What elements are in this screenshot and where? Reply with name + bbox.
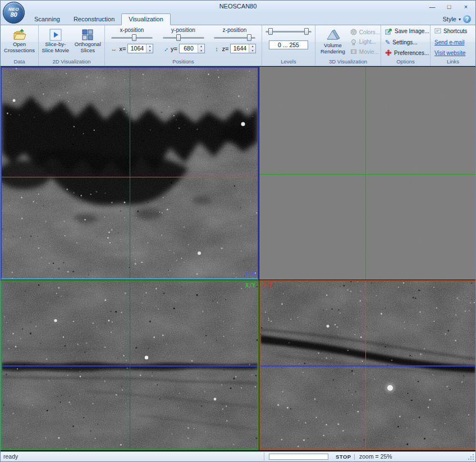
group-options: Save Image... ✎ Settings... Preferences.…: [381, 25, 431, 66]
status-separator: [264, 452, 264, 461]
resize-grip[interactable]: [468, 454, 475, 461]
group-levels: 0 ... 255 Levels: [262, 25, 315, 66]
colors-button-disabled[interactable]: Colors...: [350, 29, 380, 35]
y-position-input[interactable]: 680 ▲▼: [179, 44, 205, 53]
z-axis-icon: ↕: [213, 45, 221, 52]
stop-button[interactable]: STOP: [336, 454, 351, 460]
tab-visualization[interactable]: Visualization: [121, 13, 171, 25]
open-crossections-button[interactable]: Open Crossections: [2, 26, 37, 57]
chevron-down-icon[interactable]: ▾: [459, 17, 461, 22]
y-axis-icon: ↔: [161, 44, 171, 54]
minimize-button[interactable]: —: [424, 1, 441, 13]
y-position-slider-thumb[interactable]: [176, 34, 181, 41]
ribbon: Open Crossections Data Slice-by-Slice Mo…: [1, 25, 475, 66]
group-title-options: Options: [381, 58, 430, 66]
x-position-input[interactable]: 1064 ▲▼: [127, 44, 153, 53]
ribbon-tab-bar: Scanning Reconstruction Visualization: [1, 13, 475, 25]
visit-website-label[interactable]: Visit website: [434, 50, 465, 56]
title-bar[interactable]: NEOSCAN80 — □ ×: [1, 1, 475, 13]
levels-low-thumb[interactable]: [268, 28, 273, 35]
z-position-input[interactable]: 1644 ▲▼: [230, 44, 256, 53]
xz-slice-viewport[interactable]: X/Z: [1, 67, 259, 280]
orthogonal-slices-button[interactable]: Orthogonal Slices: [72, 26, 104, 57]
shortcuts-icon: [434, 28, 441, 34]
xz-x-position-line[interactable]: [130, 68, 130, 278]
xy-y-position-line[interactable]: [2, 365, 258, 367]
empty-panel-surface: [259, 67, 475, 280]
xy-slice-viewport[interactable]: X/Y: [1, 280, 259, 450]
window-controls: — □ ×: [424, 1, 474, 13]
z-position-value[interactable]: 1644: [231, 44, 249, 53]
x-position-column: x-position ↔ x= 1064 ▲▼: [107, 26, 157, 58]
volume-rendering-label: Volume Rendering: [321, 43, 345, 54]
open-crossections-label: Open Crossections: [3, 42, 35, 53]
xy-viewport-label: X/Y: [245, 282, 255, 289]
shortcuts-button[interactable]: Shortcuts: [434, 28, 467, 34]
group-positions: x-position ↔ x= 1064 ▲▼: [105, 25, 262, 66]
light-icon: [350, 39, 357, 45]
xz-z-position-line[interactable]: [2, 177, 258, 177]
progress-bar: [269, 454, 328, 460]
levels-high-thumb[interactable]: [304, 28, 309, 35]
x-axis-icon: ↔: [111, 45, 118, 52]
settings-button[interactable]: ✎ Settings...: [385, 39, 418, 46]
3d-options-column: Colors... Light... M: [349, 26, 380, 57]
maximize-button[interactable]: □: [441, 1, 457, 13]
x-position-slider[interactable]: [111, 34, 153, 42]
spinner-down-icon[interactable]: ▼: [198, 49, 204, 53]
levels-range-field[interactable]: 0 ... 255: [269, 40, 308, 49]
empty-render-panel[interactable]: [259, 67, 475, 280]
spinner-up-icon[interactable]: ▲: [249, 44, 255, 49]
volume-rendering-icon: [326, 29, 340, 42]
settings-label: Settings...: [392, 39, 417, 45]
play-movie-icon: [49, 29, 62, 41]
z-position-slider-thumb[interactable]: [247, 34, 251, 41]
logo-text-bottom: 80: [10, 12, 17, 18]
panel-faint-vertical-line: [365, 67, 366, 280]
send-email-label[interactable]: Send e-mail: [434, 39, 464, 45]
z-equals-label: z=: [222, 45, 229, 52]
close-button[interactable]: ×: [457, 1, 474, 13]
send-email-link[interactable]: Send e-mail: [434, 39, 464, 45]
slice-by-slice-movie-label: Slice-by-Slice Movie: [42, 42, 70, 53]
spinner-up-icon[interactable]: ▲: [198, 44, 204, 49]
save-image-icon: [385, 28, 392, 35]
x-position-slider-thumb[interactable]: [132, 34, 136, 41]
save-image-label: Save Image...: [395, 28, 429, 34]
tab-scanning[interactable]: Scanning: [28, 14, 67, 25]
y-position-slider[interactable]: [163, 34, 204, 42]
y-position-value[interactable]: 680: [180, 44, 198, 53]
slice-by-slice-movie-button[interactable]: Slice-by-Slice Movie: [40, 26, 71, 57]
levels-slider[interactable]: [266, 28, 312, 35]
panel-green-horizontal-line[interactable]: [259, 174, 475, 175]
colors-label: Colors...: [359, 29, 380, 35]
light-button-disabled[interactable]: Light...: [350, 39, 380, 45]
volume-rendering-button[interactable]: Volume Rendering: [319, 26, 347, 57]
help-icon[interactable]: ?: [463, 15, 471, 23]
spinner-down-icon[interactable]: ▼: [147, 49, 153, 53]
visit-website-link[interactable]: Visit website: [434, 50, 465, 56]
spinner-down-icon[interactable]: ▼: [249, 49, 255, 53]
movie-button-disabled[interactable]: Movie...: [350, 48, 380, 55]
yz-y-position-line[interactable]: [260, 365, 475, 367]
save-image-button[interactable]: Save Image...: [385, 28, 429, 35]
y-position-column: y-position ↔ y= 680 ▲▼: [159, 26, 208, 58]
x-position-value[interactable]: 1064: [128, 44, 146, 53]
xz-viewport-label: X/Z: [245, 271, 255, 277]
spinner-up-icon[interactable]: ▲: [147, 44, 153, 49]
z-position-slider[interactable]: [214, 34, 255, 42]
group-title-2d-visualization: 2D Visualization: [39, 58, 104, 66]
y-position-slider-track[interactable]: [163, 37, 204, 39]
x-position-header: x-position: [120, 27, 144, 33]
z-position-spinner: ▲▼: [249, 44, 255, 53]
z-position-column: z-position ↕ z= 1644 ▲▼: [210, 26, 259, 58]
movie-icon: [350, 48, 357, 55]
style-picker: Style ▾ ?: [443, 15, 471, 23]
orthogonal-slices-icon: [81, 29, 94, 41]
style-menu[interactable]: Style: [443, 16, 456, 22]
preferences-button[interactable]: Preferences...: [385, 49, 429, 56]
yz-slice-viewport[interactable]: Y/Z: [259, 280, 475, 450]
viewport-area: X/Z: [1, 66, 475, 451]
tab-reconstruction[interactable]: Reconstruction: [67, 14, 121, 25]
shortcuts-label: Shortcuts: [443, 28, 467, 34]
